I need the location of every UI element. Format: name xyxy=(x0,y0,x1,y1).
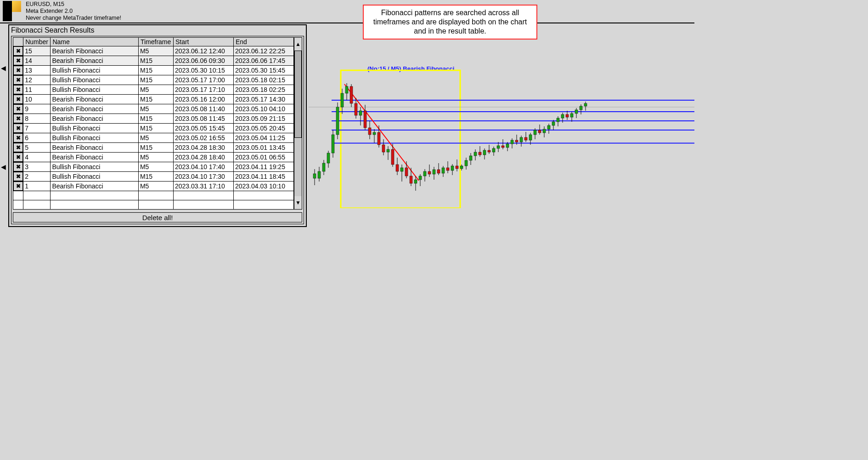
candle-body xyxy=(557,118,559,122)
table-row-empty xyxy=(13,200,294,210)
cell-number: 15 xyxy=(23,46,51,56)
row-close-button[interactable]: ✖ xyxy=(13,75,23,85)
cell-name: Bearish Fibonacci xyxy=(51,104,139,114)
cell-timeframe: M15 xyxy=(138,56,173,66)
row-close-button[interactable]: ✖ xyxy=(13,114,23,123)
table-row[interactable]: ✖7Bullish FibonacciM152023.05.05 15:4520… xyxy=(13,124,294,133)
cell-number: 8 xyxy=(23,114,51,124)
candle-body xyxy=(368,128,371,135)
candle-body xyxy=(327,153,330,163)
cell-timeframe: M15 xyxy=(138,114,173,124)
col-start[interactable]: Start xyxy=(173,38,233,46)
table-row[interactable]: ✖9Bearish FibonacciM52023.05.08 11:40202… xyxy=(13,104,294,114)
row-close-button[interactable]: ✖ xyxy=(13,124,23,133)
table-row[interactable]: ✖3Bullish FibonacciM52023.04.10 17:40202… xyxy=(13,162,294,172)
cell-start: 2023.04.10 17:30 xyxy=(173,172,233,182)
table-row[interactable]: ✖5Bearish FibonacciM152023.04.28 18:3020… xyxy=(13,143,294,153)
candle-body xyxy=(502,146,504,148)
table-row[interactable]: ✖10Bearish FibonacciM152023.05.16 12:002… xyxy=(13,95,294,104)
row-close-button[interactable]: ✖ xyxy=(13,162,23,171)
candle-body xyxy=(488,150,490,152)
candle-body xyxy=(547,125,550,129)
table-row[interactable]: ✖11Bullish FibonacciM52023.05.17 17:1020… xyxy=(13,85,294,95)
row-close-button[interactable]: ✖ xyxy=(13,85,23,94)
warning-label: Never change MetaTrader timeframe! xyxy=(26,15,121,22)
collapse-arrow-icon[interactable]: ◀ xyxy=(1,64,6,72)
table-row[interactable]: ✖1Bearish FibonacciM52023.03.31 17:10202… xyxy=(13,182,294,191)
candle-body xyxy=(345,86,348,93)
cell-name: Bearish Fibonacci xyxy=(51,143,139,153)
cell-number: 12 xyxy=(23,75,51,85)
scroll-track[interactable] xyxy=(294,51,302,196)
col-number[interactable]: Number xyxy=(23,38,51,46)
cell-name: Bearish Fibonacci xyxy=(51,56,139,66)
col-end[interactable]: End xyxy=(233,38,293,46)
row-close-button[interactable]: ✖ xyxy=(13,66,23,75)
delete-all-button[interactable]: Delete all! xyxy=(13,212,302,222)
candle-body xyxy=(428,171,431,174)
cell-number: 9 xyxy=(23,104,51,114)
price-chart[interactable] xyxy=(309,24,694,368)
cell-start: 2023.05.16 12:00 xyxy=(173,95,233,104)
row-close-button[interactable]: ✖ xyxy=(13,143,23,152)
table-row[interactable]: ✖15Bearish FibonacciM52023.06.12 12:4020… xyxy=(13,46,294,56)
table-row[interactable]: ✖8Bearish FibonacciM152023.05.08 11:4520… xyxy=(13,114,294,124)
cell-timeframe: M15 xyxy=(138,66,173,75)
table-row[interactable]: ✖2Bullish FibonacciM152023.04.10 17:3020… xyxy=(13,172,294,182)
col-timeframe[interactable]: Timeframe xyxy=(138,38,173,46)
row-close-button[interactable]: ✖ xyxy=(13,133,23,142)
cell-end: 2023.04.11 19:25 xyxy=(233,162,293,172)
table-row[interactable]: ✖14Bearish FibonacciM152023.06.06 09:302… xyxy=(13,56,294,66)
cell-timeframe: M5 xyxy=(138,153,173,162)
cell-timeframe: M15 xyxy=(138,95,173,104)
scroll-down-icon[interactable]: ▼ xyxy=(294,196,302,209)
cell-start: 2023.05.05 15:45 xyxy=(173,124,233,133)
cell-start: 2023.06.12 12:40 xyxy=(173,46,233,56)
cell-name: Bearish Fibonacci xyxy=(51,46,139,56)
collapse-arrow-icon[interactable]: ◀ xyxy=(1,163,6,170)
table-row[interactable]: ✖12Bullish FibonacciM152023.05.17 17:002… xyxy=(13,75,294,85)
candle-body xyxy=(391,149,394,165)
row-close-button[interactable]: ✖ xyxy=(13,46,23,56)
cell-number: 5 xyxy=(23,143,51,153)
candle-body xyxy=(524,137,527,140)
row-close-button[interactable]: ✖ xyxy=(13,172,23,181)
candle-body xyxy=(355,103,357,115)
cell-start: 2023.04.28 18:40 xyxy=(173,153,233,162)
table-row[interactable]: ✖4Bearish FibonacciM52023.04.28 18:40202… xyxy=(13,153,294,162)
cell-timeframe: M15 xyxy=(138,143,173,153)
results-scrollbar[interactable]: ▲ ▼ xyxy=(294,37,302,210)
candle-body xyxy=(575,110,578,114)
row-close-button[interactable]: ✖ xyxy=(13,182,23,191)
candle-body xyxy=(359,111,362,115)
cell-end: 2023.06.06 17:45 xyxy=(233,56,293,66)
table-row[interactable]: ✖13Bullish FibonacciM152023.05.30 10:152… xyxy=(13,66,294,75)
cell-start: 2023.06.06 09:30 xyxy=(173,56,233,66)
cell-end: 2023.05.05 20:45 xyxy=(233,124,293,133)
row-close-button[interactable]: ✖ xyxy=(13,56,23,65)
candle-body xyxy=(414,180,417,183)
candle-body xyxy=(341,93,344,107)
cell-timeframe: M15 xyxy=(138,124,173,133)
cell-end: 2023.06.12 22:25 xyxy=(233,46,293,56)
cell-start: 2023.04.28 18:30 xyxy=(173,143,233,153)
col-name[interactable]: Name xyxy=(51,38,139,46)
candle-body xyxy=(373,132,376,135)
scroll-thumb[interactable] xyxy=(294,51,302,138)
candle-body xyxy=(492,148,495,152)
candle-body xyxy=(336,107,339,135)
candle-body xyxy=(350,86,353,103)
candle-body xyxy=(378,132,380,145)
table-row[interactable]: ✖6Bullish FibonacciM52023.05.02 16:55202… xyxy=(13,133,294,143)
symbol-label: EURUSD, M15 xyxy=(26,1,121,8)
cell-number: 3 xyxy=(23,162,51,172)
candle-body xyxy=(451,166,454,170)
cell-name: Bullish Fibonacci xyxy=(51,85,139,95)
candle-body xyxy=(437,170,440,173)
row-close-button[interactable]: ✖ xyxy=(13,104,23,114)
scroll-up-icon[interactable]: ▲ xyxy=(294,38,302,51)
row-close-button[interactable]: ✖ xyxy=(13,153,23,162)
results-panel: Fibonacci Search Results Number Name Tim… xyxy=(8,24,307,227)
cell-timeframe: M5 xyxy=(138,182,173,191)
row-close-button[interactable]: ✖ xyxy=(13,95,23,104)
